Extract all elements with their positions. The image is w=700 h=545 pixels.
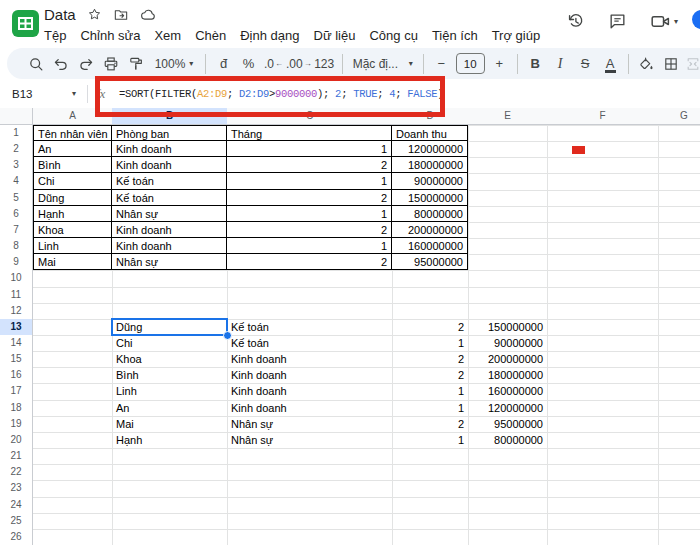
column-header-A[interactable]: A <box>33 108 112 125</box>
row-header-2[interactable]: 2 <box>0 141 33 157</box>
cell-C1[interactable]: Tháng <box>227 125 392 141</box>
menu-item-7[interactable]: Tiện ích <box>425 26 485 45</box>
cell-B16[interactable]: Bình <box>112 367 227 383</box>
cell-D5[interactable]: 150000000 <box>392 190 468 206</box>
cell-D13[interactable]: 2 <box>392 319 468 335</box>
row-header-14[interactable]: 14 <box>0 335 33 351</box>
cell-C16[interactable]: Kinh doanh <box>227 367 392 383</box>
fill-handle[interactable] <box>223 331 232 340</box>
menu-item-2[interactable]: Xem <box>147 26 188 45</box>
column-header-D[interactable]: D <box>392 108 468 125</box>
select-all-corner[interactable] <box>0 108 33 125</box>
increase-font-size-button[interactable]: + <box>487 52 512 76</box>
row-header-9[interactable]: 9 <box>0 254 33 270</box>
cell-A8[interactable]: Linh <box>33 238 112 254</box>
cell-E15[interactable]: 200000000 <box>468 351 547 367</box>
row-header-13[interactable]: 13 <box>0 319 33 335</box>
cell-D14[interactable]: 1 <box>392 335 468 351</box>
row-header-5[interactable]: 5 <box>0 190 33 206</box>
cell-A7[interactable]: Khoa <box>33 222 112 238</box>
row-header-7[interactable]: 7 <box>0 222 33 238</box>
fill-color-icon[interactable] <box>634 52 659 76</box>
row-header-23[interactable]: 23 <box>0 480 33 496</box>
cell-C13[interactable]: Kế toán <box>227 319 392 335</box>
column-header-C[interactable]: C <box>227 108 392 125</box>
menu-item-4[interactable]: Định dạng <box>233 26 306 45</box>
cell-D9[interactable]: 95000000 <box>392 254 468 270</box>
menu-item-3[interactable]: Chèn <box>188 26 233 45</box>
cell-D18[interactable]: 1 <box>392 400 468 416</box>
cell-E19[interactable]: 95000000 <box>468 416 547 432</box>
row-header-10[interactable]: 10 <box>0 270 33 286</box>
meet-button[interactable]: ▾ <box>650 11 678 32</box>
row-header-24[interactable]: 24 <box>0 497 33 513</box>
row-header-4[interactable]: 4 <box>0 173 33 189</box>
cell-B5[interactable]: Kế toán <box>112 190 227 206</box>
cell-B19[interactable]: Mai <box>112 416 227 432</box>
strikethrough-button[interactable]: S <box>573 52 598 76</box>
cell-B7[interactable]: Kinh doanh <box>112 222 227 238</box>
cell-B8[interactable]: Kinh doanh <box>112 238 227 254</box>
cell-B14[interactable]: Chi <box>112 335 227 351</box>
move-folder-icon[interactable] <box>113 7 129 23</box>
name-box[interactable]: B13 ▾ <box>0 88 76 100</box>
cell-B13[interactable]: Dũng <box>112 319 227 335</box>
column-header-B[interactable]: B <box>112 108 227 125</box>
cell-A9[interactable]: Mai <box>33 254 112 270</box>
cell-C14[interactable]: Kế toán <box>227 335 392 351</box>
row-header-20[interactable]: 20 <box>0 432 33 448</box>
cell-C6[interactable]: 1 <box>227 206 392 222</box>
cell-E16[interactable]: 180000000 <box>468 367 547 383</box>
comments-icon[interactable] <box>608 12 627 31</box>
cell-B18[interactable]: An <box>112 400 227 416</box>
cell-D4[interactable]: 90000000 <box>392 173 468 189</box>
more-number-formats-button[interactable]: 123 <box>312 52 337 76</box>
cell-D7[interactable]: 200000000 <box>392 222 468 238</box>
cell-C20[interactable]: Nhân sự <box>227 432 392 448</box>
menu-item-6[interactable]: Công cụ <box>362 26 424 45</box>
cell-D1[interactable]: Doanh thu <box>392 125 468 141</box>
star-icon[interactable] <box>87 7 102 22</box>
cell-A4[interactable]: Chi <box>33 173 112 189</box>
row-header-1[interactable]: 1 <box>0 125 33 141</box>
formula-input[interactable]: =SORT(FILTER(A2:D9; D2:D9>9000000); 2; T… <box>119 88 443 100</box>
column-header-F[interactable]: F <box>547 108 658 125</box>
spreadsheet-grid[interactable]: ABCDEFG123456789101112131415161718192021… <box>0 108 700 545</box>
row-header-16[interactable]: 16 <box>0 367 33 383</box>
cell-C5[interactable]: 2 <box>227 190 392 206</box>
currency-format-button[interactable]: đ <box>211 52 236 76</box>
cell-A1[interactable]: Tên nhân viên <box>33 125 112 141</box>
cell-D15[interactable]: 2 <box>392 351 468 367</box>
cell-C2[interactable]: 1 <box>227 141 392 157</box>
bold-button[interactable]: B <box>523 52 548 76</box>
decrease-decimal-button[interactable]: .0← <box>261 52 286 76</box>
italic-button[interactable]: I <box>548 52 573 76</box>
cell-C15[interactable]: Kinh doanh <box>227 351 392 367</box>
cell-D6[interactable]: 80000000 <box>392 206 468 222</box>
font-family-select[interactable]: Mặc đị... ▾ <box>348 52 418 76</box>
cell-D19[interactable]: 2 <box>392 416 468 432</box>
row-header-15[interactable]: 15 <box>0 351 33 367</box>
cell-C7[interactable]: 2 <box>227 222 392 238</box>
cell-E20[interactable]: 80000000 <box>468 432 547 448</box>
row-header-21[interactable]: 21 <box>0 448 33 464</box>
borders-icon[interactable] <box>659 52 684 76</box>
merge-cells-button[interactable]: ▾ <box>684 52 700 76</box>
print-icon[interactable] <box>98 52 123 76</box>
cell-B6[interactable]: Nhân sự <box>112 206 227 222</box>
row-header-25[interactable]: 25 <box>0 513 33 529</box>
cell-E13[interactable]: 150000000 <box>468 319 547 335</box>
cell-D3[interactable]: 180000000 <box>392 157 468 173</box>
row-header-12[interactable]: 12 <box>0 303 33 319</box>
version-history-icon[interactable] <box>566 12 585 31</box>
cell-A5[interactable]: Dũng <box>33 190 112 206</box>
row-header-18[interactable]: 18 <box>0 400 33 416</box>
cell-A2[interactable]: An <box>33 141 112 157</box>
cell-E14[interactable]: 90000000 <box>468 335 547 351</box>
zoom-select[interactable]: 100% ▾ <box>148 52 200 76</box>
cell-C4[interactable]: 1 <box>227 173 392 189</box>
cell-B9[interactable]: Nhân sự <box>112 254 227 270</box>
cell-C17[interactable]: Kinh doanh <box>227 383 392 399</box>
sheets-logo-icon[interactable] <box>11 9 40 38</box>
paint-format-icon[interactable] <box>123 52 148 76</box>
